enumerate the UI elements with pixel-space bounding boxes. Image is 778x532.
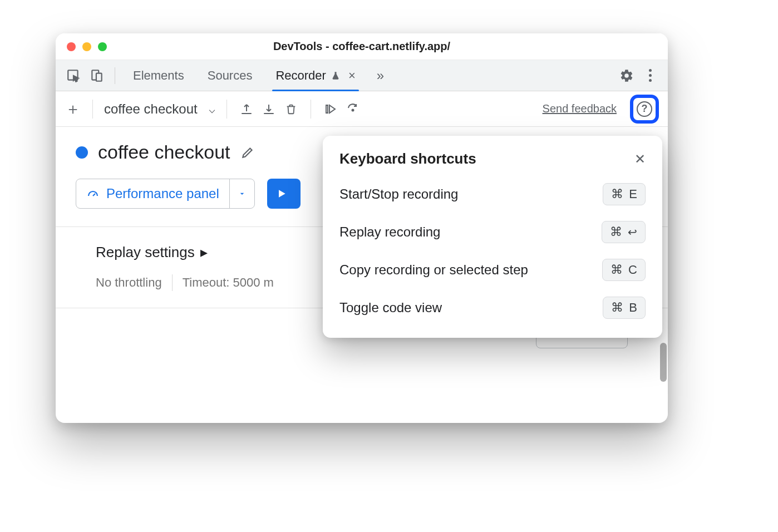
recording-selector-label: coffee checkout [104,101,198,117]
shortcut-key: ⌘ B [603,297,646,319]
help-button-highlight[interactable]: ? [630,95,659,124]
step-over-icon[interactable] [322,101,339,117]
divider [115,67,115,84]
tab-label: Elements [133,68,184,83]
play-icon [276,187,287,200]
divider [172,274,173,291]
replay-settings-label: Replay settings [96,244,195,261]
shortcut-label: Toggle code view [339,300,442,316]
window-title: DevTools - coffee-cart.netlify.app/ [56,40,668,53]
scrollbar-thumb[interactable] [660,343,667,382]
tab-recorder[interactable]: Recorder × [265,60,365,91]
replay-button[interactable] [267,179,301,209]
shortcut-row: Copy recording or selected step ⌘ C [339,259,646,281]
edit-title-icon[interactable] [240,145,255,160]
devtools-window: DevTools - coffee-cart.netlify.app/ Elem… [56,33,668,423]
shortcut-label: Copy recording or selected step [339,262,528,278]
shortcut-key: ⌘ ↩ [602,221,646,243]
new-recording-button[interactable]: ＋ [65,101,81,117]
divider [226,100,227,119]
shortcut-row: Replay recording ⌘ ↩ [339,221,646,243]
shortcut-row: Toggle code view ⌘ B [339,297,646,319]
more-tabs-icon[interactable]: » [369,68,392,83]
help-icon: ? [637,101,652,117]
performance-panel-label: Performance panel [106,186,219,201]
tab-label: Sources [208,68,253,83]
titlebar: DevTools - coffee-cart.netlify.app/ [56,33,668,60]
popover-title: Keyboard shortcuts [339,150,476,168]
close-tab-icon[interactable]: × [345,68,356,83]
inspect-element-icon[interactable] [63,66,83,86]
divider [92,100,93,119]
shortcut-row: Start/Stop recording ⌘ E [339,183,646,205]
send-feedback-link[interactable]: Send feedback [543,102,617,115]
flask-icon [331,70,341,82]
svg-rect-2 [96,73,102,81]
divider [311,100,311,119]
recording-dot-icon [76,146,88,159]
tab-elements[interactable]: Elements [123,60,194,91]
export-icon[interactable] [238,101,255,117]
shortcut-label: Start/Stop recording [339,186,458,202]
devtools-tabbar: Elements Sources Recorder × » [56,60,668,91]
chevron-down-icon[interactable]: ⌵ [209,102,215,116]
svg-rect-3 [326,105,328,113]
import-icon[interactable] [260,101,277,117]
performance-panel-dropdown[interactable] [229,179,254,208]
gauge-icon [86,187,100,200]
tab-label: Recorder [275,68,326,83]
shortcut-key: ⌘ E [603,183,646,205]
recording-title: coffee checkout [98,141,230,163]
caret-right-icon: ▸ [200,244,208,261]
throttling-value: No throttling [96,275,162,290]
device-toolbar-icon[interactable] [87,66,107,86]
timeout-value: Timeout: 5000 m [183,275,274,290]
replay-step-icon[interactable] [344,101,361,117]
close-popover-icon[interactable]: ✕ [634,151,646,167]
settings-gear-icon[interactable] [617,66,637,86]
shortcut-key: ⌘ C [602,259,646,281]
recorder-toolbar: ＋ coffee checkout ⌵ Send feedback ? [56,91,668,127]
shortcuts-popover: Keyboard shortcuts ✕ Start/Stop recordin… [323,136,662,338]
more-options-icon[interactable] [640,66,660,86]
delete-icon[interactable] [283,101,299,117]
tab-sources[interactable]: Sources [198,60,263,91]
enter-key-icon: ↩ [628,225,637,239]
svg-point-4 [352,109,353,111]
performance-panel-button[interactable]: Performance panel [76,179,255,209]
shortcut-label: Replay recording [339,224,440,240]
